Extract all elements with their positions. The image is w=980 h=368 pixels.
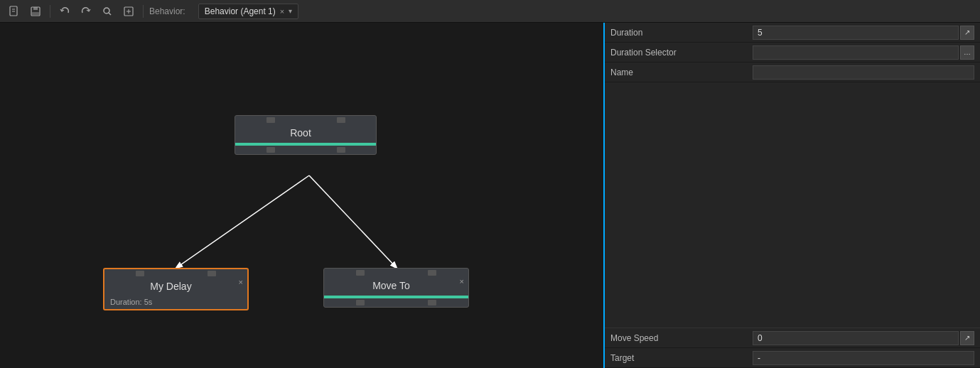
separator-2 (143, 5, 144, 18)
duration-label: Duration (610, 28, 753, 38)
target-value-area (753, 351, 974, 365)
fit-button[interactable] (120, 3, 137, 20)
svg-line-7 (109, 13, 111, 15)
target-label: Target (610, 353, 753, 363)
root-connector-right (337, 117, 345, 123)
moveto-close-icon[interactable]: × (460, 277, 464, 286)
duration-selector-label: Duration Selector (610, 48, 753, 58)
moveto-connector-right (428, 270, 436, 276)
mydelay-label: My Delay (150, 281, 191, 292)
move-speed-row: Move Speed ↗ (605, 328, 980, 348)
new-button[interactable] (6, 3, 23, 20)
root-bottom-connector-right (337, 147, 345, 153)
svg-line-11 (176, 175, 309, 268)
duration-selector-value-area: … (753, 45, 974, 60)
duration-input-group: ↗ (753, 26, 974, 40)
search-button[interactable] (99, 3, 116, 20)
moveto-bottom-connector-right (428, 300, 436, 305)
panel-bottom-section: Move Speed ↗ Target (605, 328, 980, 368)
root-bottom-connectors (235, 146, 376, 154)
behavior-label: Behavior: (149, 6, 185, 16)
name-label: Name (610, 67, 753, 77)
duration-value-area: ↗ (753, 26, 974, 40)
root-header: Root (235, 123, 376, 143)
mydelay-header: My Delay × (104, 276, 247, 296)
duration-selector-row: Duration Selector … (605, 43, 980, 63)
name-row: Name (605, 63, 980, 82)
duration-selector-input[interactable] (753, 45, 959, 60)
name-value-area (753, 65, 974, 80)
root-connector-left (266, 117, 275, 123)
moveto-top-connectors (324, 269, 468, 276)
duration-input[interactable] (753, 26, 959, 40)
undo-button[interactable] (56, 3, 73, 20)
redo-button[interactable] (77, 3, 95, 20)
name-input[interactable] (753, 65, 974, 80)
right-panel: Duration ↗ Duration Selector … (603, 23, 980, 368)
tab-close-icon[interactable]: × (280, 7, 284, 16)
svg-point-6 (104, 8, 109, 13)
move-speed-expand-button[interactable]: ↗ (960, 331, 974, 345)
tab-dropdown-icon[interactable]: ▾ (289, 7, 292, 15)
node-moveto[interactable]: Move To × (323, 268, 469, 308)
svg-rect-5 (32, 12, 39, 15)
moveto-bottom-connectors (324, 298, 468, 307)
target-input[interactable] (753, 351, 974, 365)
node-root[interactable]: Root (235, 115, 377, 155)
move-speed-input[interactable] (753, 331, 959, 345)
moveto-bottom-connector-left (356, 300, 365, 305)
move-speed-input-group: ↗ (753, 331, 974, 345)
duration-selector-dots-button[interactable]: … (960, 45, 974, 60)
duration-row: Duration ↗ (605, 23, 980, 43)
mydelay-connector-left (136, 271, 144, 276)
separator-1 (50, 5, 50, 18)
moveto-header: Move To × (324, 276, 468, 296)
mydelay-top-connectors (104, 269, 247, 276)
arrows-svg (0, 23, 603, 368)
root-bottom-connector-left (266, 147, 275, 153)
mydelay-close-icon[interactable]: × (239, 278, 243, 286)
moveto-label: Move To (372, 280, 410, 291)
save-button[interactable] (27, 3, 44, 20)
canvas[interactable]: Root My Delay × Duration: 5s (0, 23, 603, 368)
root-top-connectors (235, 116, 376, 123)
svg-rect-4 (33, 7, 38, 10)
svg-line-12 (309, 175, 397, 268)
root-label: Root (290, 127, 311, 139)
behavior-tab[interactable]: Behavior (Agent 1) × ▾ (198, 4, 299, 19)
moveto-connector-left (356, 270, 365, 276)
move-speed-value-area: ↗ (753, 331, 974, 345)
move-speed-label: Move Speed (610, 333, 753, 343)
panel-spacer (605, 82, 980, 328)
target-row: Target (605, 348, 980, 368)
panel-top-section: Duration ↗ Duration Selector … (605, 23, 980, 82)
mydelay-footer: Duration: 5s (104, 296, 247, 309)
toolbar: Behavior: Behavior (Agent 1) × ▾ (0, 0, 980, 23)
node-mydelay[interactable]: My Delay × Duration: 5s (103, 268, 249, 310)
mydelay-connector-right (208, 271, 216, 276)
main-area: Root My Delay × Duration: 5s (0, 23, 980, 368)
tab-label: Behavior (Agent 1) (205, 6, 276, 16)
duration-selector-input-group: … (753, 45, 974, 60)
duration-expand-button[interactable]: ↗ (960, 26, 974, 40)
